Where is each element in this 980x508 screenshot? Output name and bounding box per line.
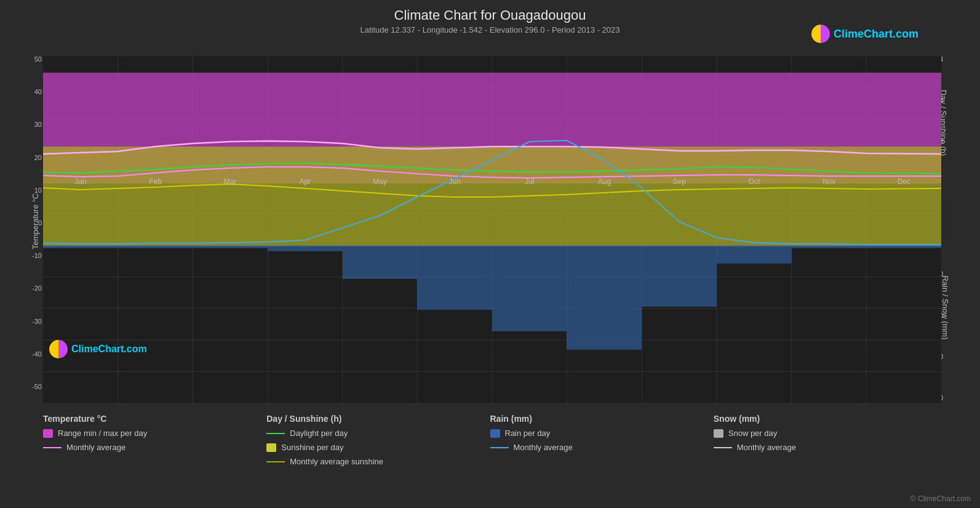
legend-line-rain-avg [490, 447, 509, 448]
legend-col-rain: Rain (mm) Rain per day Monthly average [490, 414, 714, 471]
legend-swatch-rain [490, 429, 500, 438]
svg-rect-37 [866, 245, 941, 248]
legend-label-sunshine: Sunshine per day [281, 443, 343, 452]
page-container: Climate Chart for Ouagadougou Latitude 1… [0, 0, 980, 508]
legend-item-snow-swatch: Snow per day [714, 429, 937, 438]
legend-label-snow: Snow per day [728, 429, 778, 438]
svg-rect-27 [118, 245, 193, 248]
legend-label-rain: Rain per day [505, 429, 551, 438]
legend-label-sunshine-avg: Monthly average sunshine [290, 457, 383, 466]
x-axis-months: Jan Feb Mar Apr May Jun Jul Aug Sep Oct … [43, 177, 941, 186]
svg-rect-36 [792, 245, 866, 248]
logo-icon-bottom [49, 340, 68, 358]
legend-label-snow-avg: Monthly average [737, 443, 796, 452]
svg-rect-35 [717, 245, 792, 264]
legend-item-sunshine-avg: Monthly average sunshine [266, 457, 490, 466]
watermark: © ClimeChart.com [910, 494, 971, 503]
legend-line-sunshine-avg [266, 461, 285, 462]
legend-label-daylight: Daylight per day [290, 429, 348, 438]
legend-swatch-sunshine [266, 443, 276, 452]
legend-label-temp-avg: Monthly average [66, 443, 125, 452]
legend-title-rain: Rain (mm) [490, 414, 714, 424]
legend-title-temperature: Temperature °C [43, 414, 266, 424]
legend-label-rain-avg: Monthly average [514, 443, 573, 452]
logo-text-bottom: ClimeChart.com [71, 344, 147, 355]
svg-rect-30 [343, 245, 417, 279]
legend-item-temp-avg: Monthly average [43, 443, 266, 452]
legend-line-temp-avg [43, 447, 62, 448]
legend-line-daylight [266, 433, 285, 434]
legend-item-rain-avg: Monthly average [490, 443, 714, 452]
legend-title-sunshine: Day / Sunshine (h) [266, 414, 490, 424]
legend-swatch-temp-range [43, 429, 53, 438]
legend-area: Temperature °C Range min / max per day M… [0, 408, 980, 471]
svg-rect-31 [417, 245, 492, 310]
legend-swatch-snow [714, 429, 723, 438]
logo-bottomleft: ClimeChart.com [49, 340, 147, 358]
svg-rect-28 [193, 245, 268, 248]
legend-line-snow-avg [714, 447, 732, 448]
legend-item-snow-avg: Monthly average [714, 443, 937, 452]
y-axis-right-label-bottom: Rain / Snow (mm) [940, 275, 949, 339]
legend-item-temp-range: Range min / max per day [43, 429, 266, 438]
main-chart-svg [43, 55, 941, 403]
main-title: Climate Chart for Ouagadougou [0, 7, 980, 23]
svg-rect-34 [642, 245, 717, 307]
svg-rect-33 [567, 245, 642, 350]
legend-col-sunshine: Day / Sunshine (h) Daylight per day Suns… [266, 414, 490, 471]
legend-item-daylight: Daylight per day [266, 429, 490, 438]
svg-rect-29 [268, 245, 343, 251]
legend-item-rain-swatch: Rain per day [490, 429, 714, 438]
legend-label-temp-range: Range min / max per day [58, 429, 147, 438]
legend-title-snow: Snow (mm) [714, 414, 937, 424]
legend-col-snow: Snow (mm) Snow per day Monthly average [714, 414, 937, 471]
y-axis-left-ticks: 50 40 30 20 10 0 -10 -20 -30 -40 -50 [23, 55, 42, 390]
legend-col-temperature: Temperature °C Range min / max per day M… [43, 414, 266, 471]
svg-rect-26 [43, 245, 118, 248]
legend-item-sunshine-swatch: Sunshine per day [266, 443, 490, 452]
svg-rect-32 [492, 245, 567, 331]
